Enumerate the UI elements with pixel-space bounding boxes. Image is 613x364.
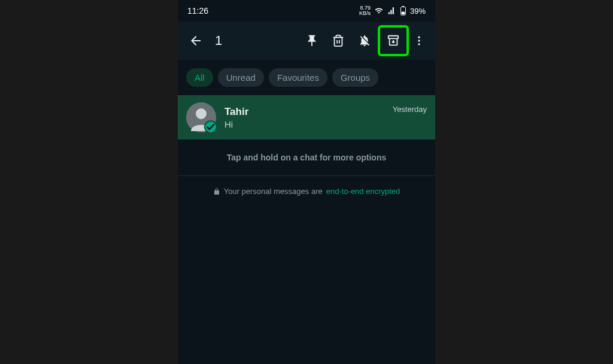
pin-icon [305, 34, 318, 47]
archive-button[interactable] [381, 29, 405, 53]
status-time: 11:26 [187, 6, 208, 16]
svg-rect-1 [402, 6, 404, 7]
svg-point-6 [418, 43, 420, 45]
svg-rect-3 [389, 36, 399, 39]
filter-favourites[interactable]: Favourites [269, 68, 327, 87]
svg-point-5 [418, 40, 420, 41]
mute-button[interactable] [351, 28, 378, 54]
chat-last-message: Hi [224, 119, 393, 129]
svg-rect-2 [402, 12, 405, 14]
back-button[interactable] [186, 34, 205, 48]
phone-frame: 11:26 8.79 KB/s 39% 1 [178, 0, 435, 364]
filter-chips: All Unread Favourites Groups [178, 60, 435, 95]
status-right: 8.79 KB/s 39% [359, 5, 426, 16]
filter-unread[interactable]: Unread [218, 68, 264, 87]
battery-icon [400, 6, 406, 16]
more-button[interactable] [409, 28, 429, 54]
chat-name: Tahir [224, 106, 393, 118]
pin-button[interactable] [299, 28, 325, 54]
more-vert-icon [413, 35, 425, 47]
chat-timestamp: Yesterday [393, 105, 427, 114]
svg-point-4 [418, 37, 420, 38]
avatar [186, 102, 216, 132]
selection-toolbar: 1 [178, 22, 435, 60]
bell-off-icon [358, 34, 371, 47]
trash-icon [332, 34, 345, 47]
encryption-notice: Your personal messages are end-to-end en… [178, 176, 435, 207]
chat-row-selected[interactable]: Tahir Hi Yesterday [178, 95, 435, 139]
encryption-link[interactable]: end-to-end encrypted [326, 187, 400, 196]
delete-button[interactable] [325, 28, 351, 54]
filter-groups[interactable]: Groups [332, 68, 378, 87]
signal-icon [387, 7, 396, 15]
lock-icon [213, 188, 220, 195]
encryption-prefix: Your personal messages are [224, 187, 323, 196]
wifi-icon [374, 7, 384, 15]
selection-count: 1 [215, 33, 222, 48]
chat-text: Tahir Hi [224, 106, 393, 129]
selected-check-icon [204, 120, 217, 134]
status-bar: 11:26 8.79 KB/s 39% [178, 0, 435, 22]
network-speed: 8.79 KB/s [359, 5, 371, 16]
archive-highlight [378, 25, 409, 56]
hint-text: Tap and hold on a chat for more options [178, 139, 435, 176]
archive-icon [387, 34, 400, 47]
filter-all[interactable]: All [186, 68, 213, 87]
battery-percent: 39% [410, 7, 426, 16]
